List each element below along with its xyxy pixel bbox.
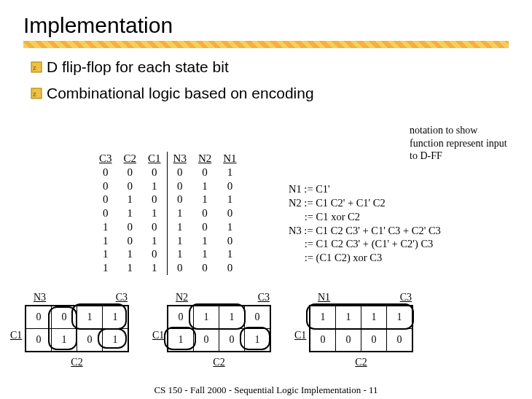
bullet-list: z D flip-flop for each state bit z Combi…: [31, 58, 532, 102]
table-row: 110111: [93, 247, 243, 261]
kmap-cell: 1: [361, 306, 387, 329]
table-row: 000001: [93, 166, 243, 179]
kmap-cell: 0: [387, 329, 413, 352]
kmap-cell: 0: [310, 329, 336, 352]
svg-text:z: z: [33, 63, 36, 71]
table-header: C1: [142, 152, 167, 166]
kmap-cell: 0: [26, 306, 52, 329]
notation-note: notation to show function represent inpu…: [410, 124, 512, 163]
equations: N1 := C1' N2 := C1 C2' + C1' C2 := C1 xo…: [289, 182, 441, 265]
kmap-cell: 1: [168, 329, 194, 352]
slide-title: Implementation: [23, 13, 532, 38]
bullet-text: D flip-flop for each state bit: [47, 58, 229, 76]
kmap-cell: 0: [245, 306, 271, 329]
kmap: N2C3C1C201101001: [167, 298, 271, 355]
svg-text:z: z: [33, 89, 36, 98]
kmap-cell: 0: [77, 329, 103, 352]
kmap-cell: 0: [361, 329, 387, 352]
table-row: 011100: [93, 206, 243, 220]
kmap-cell: 1: [103, 329, 129, 352]
kmap-cell: 0: [194, 329, 219, 352]
table-header: N1: [217, 152, 242, 166]
kmap: N1C3C1C211110000: [309, 298, 413, 355]
table-row: 010011: [93, 193, 243, 206]
bullet-icon: z: [31, 88, 42, 99]
kmap-cell: 1: [103, 306, 129, 329]
kmap-cell: 1: [194, 306, 219, 329]
kmap-cell: 0: [26, 329, 52, 352]
bullet-item: z Combinational logic based on encoding: [31, 85, 532, 102]
kmap-cell: 0: [219, 329, 245, 352]
kmap-cell: 1: [310, 306, 336, 329]
kmap: N3C3C1C200110101: [25, 298, 129, 355]
kmap-cell: 0: [336, 329, 361, 352]
table-header: C3: [93, 152, 118, 166]
table-header: N2: [192, 152, 217, 166]
kmap-left-label: C1: [152, 330, 164, 341]
table-row: 100101: [93, 220, 243, 234]
kmap-bottom-label: C2: [355, 357, 367, 368]
bullet-text: Combinational logic based on encoding: [47, 85, 314, 102]
slide-footer: CS 150 - Fall 2000 - Sequential Logic Im…: [0, 384, 532, 396]
table-header: N3: [167, 152, 192, 166]
kmap-left-label: C1: [294, 330, 306, 341]
kmap-cell: 0: [168, 306, 194, 329]
kmap-bottom-label: C2: [213, 357, 224, 368]
kmap-cell: 1: [387, 306, 413, 329]
truth-table: C3C2C1N3N2N1 000001001010010011011100100…: [93, 152, 243, 275]
kmap-cell: 1: [245, 329, 271, 352]
table-row: 101110: [93, 234, 243, 248]
table-header: C2: [118, 152, 143, 166]
kmap-cell: 1: [219, 306, 245, 329]
kmap-left-label: C1: [10, 330, 22, 341]
kmap-bottom-label: C2: [71, 357, 82, 368]
kmap-cell: 0: [52, 306, 77, 329]
table-row: 111000: [93, 261, 243, 275]
kmap-cell: 1: [77, 306, 103, 329]
kmap-cell: 1: [52, 329, 77, 352]
title-underline: [23, 41, 509, 48]
kmap-cell: 1: [336, 306, 361, 329]
bullet-item: z D flip-flop for each state bit: [31, 58, 532, 76]
table-row: 001010: [93, 179, 243, 193]
kmap-area: N3C3C1C200110101N2C3C1C201101001N1C3C1C2…: [25, 298, 520, 355]
bullet-icon: z: [31, 61, 42, 73]
